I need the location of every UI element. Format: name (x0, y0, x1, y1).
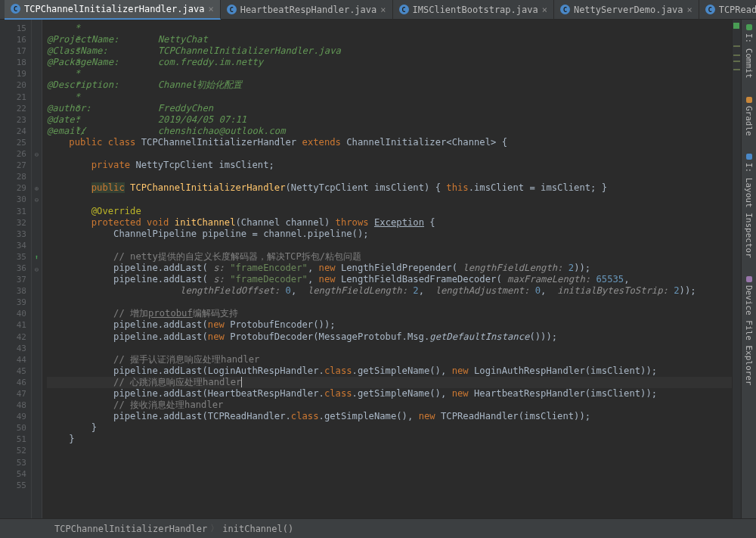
right-tool-tabs: I: Commit Gradle I: Layout Inspector Dev… (741, 20, 756, 518)
side-tab-commit[interactable]: I: Commit (744, 24, 754, 79)
line-gutter[interactable]: 1516171819202122232425262728293031323334… (0, 20, 32, 518)
chevron-right-icon: 〉 (210, 522, 219, 535)
tab-label: TCPChannelInitializerHandler.java (24, 4, 204, 14)
tab-label: NettyServerDemo.java (574, 5, 683, 15)
class-icon: C (560, 5, 570, 14)
tab-label: TCPReadHandler.java (719, 5, 756, 15)
close-icon[interactable]: × (542, 5, 547, 15)
tab-heartbeat[interactable]: C HeartbeatRespHandler.java × (221, 0, 393, 20)
tab-label: IMSClientBootstrap.java (413, 5, 538, 15)
gutter-marks[interactable]: ⊖⊕⊖⬆ ⊖ (32, 20, 42, 518)
tab-tcpread[interactable]: C TCPReadHandler.java × (699, 0, 756, 20)
class-icon: C (399, 5, 409, 14)
close-icon[interactable]: × (380, 5, 386, 15)
side-tab-device-explorer[interactable]: Device File Explorer (744, 276, 754, 385)
tab-label: HeartbeatRespHandler.java (240, 5, 377, 15)
editor-area: 1516171819202122232425262728293031323334… (0, 20, 756, 518)
class-icon: C (227, 5, 237, 14)
tab-imsclient[interactable]: C IMSClientBootstrap.java × (393, 0, 554, 20)
breadcrumb-class[interactable]: TCPChannelInitializerHandler (54, 524, 207, 534)
side-tab-layout-inspector[interactable]: I: Layout Inspector (744, 154, 754, 258)
class-icon: C (705, 5, 715, 14)
breadcrumb-method[interactable]: initChannel() (222, 524, 293, 534)
inspection-ok-icon (733, 23, 739, 29)
close-icon[interactable]: × (208, 4, 213, 14)
side-tab-gradle[interactable]: Gradle (744, 97, 754, 136)
tab-nettyserver[interactable]: C NettyServerDemo.java × (554, 0, 699, 20)
breadcrumb: TCPChannelInitializerHandler 〉 initChann… (0, 518, 756, 538)
error-stripe[interactable] (732, 20, 741, 518)
close-icon[interactable]: × (686, 5, 692, 15)
code-area[interactable]: * @ProjectName: NettyChat * @ClassName: … (42, 20, 756, 518)
editor-tabs: C TCPChannelInitializerHandler.java × C … (0, 0, 756, 20)
class-icon: C (11, 4, 20, 14)
tab-tcpchannelinit[interactable]: C TCPChannelInitializerHandler.java × (5, 0, 221, 20)
